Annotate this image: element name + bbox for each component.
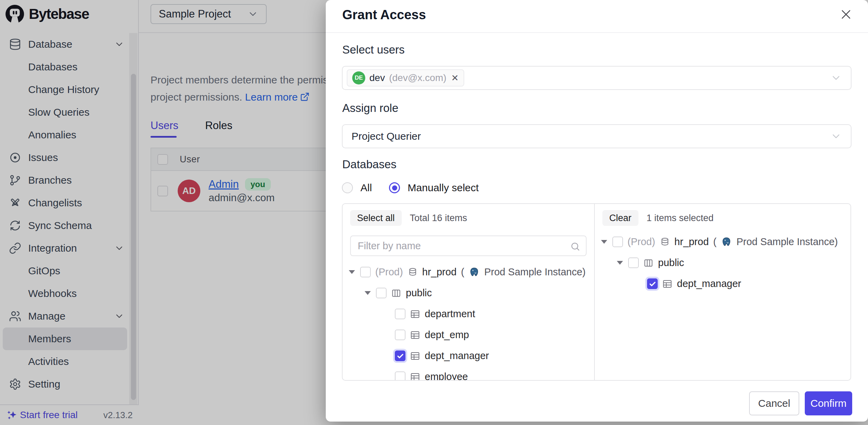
select-users-input[interactable]: DE dev (dev@x.com) ✕ (342, 66, 852, 90)
table-name: dept_emp (425, 329, 469, 341)
table-grid-icon (662, 279, 672, 289)
tree-row-table[interactable]: employee (343, 366, 594, 380)
grant-access-modal: Grant Access Select users DE dev (dev@x.… (326, 0, 868, 422)
remove-user-icon[interactable]: ✕ (451, 73, 459, 83)
app-window: Bytebase Database Databases Change Histo… (0, 0, 868, 425)
database-transfer-picker: Select all Total 16 items (Prod) (342, 203, 851, 381)
select-users-label: Select users (342, 43, 405, 56)
checkbox-checked[interactable] (647, 278, 658, 289)
caret-down-icon[interactable] (348, 270, 356, 274)
selected-user-chip: DE dev (dev@x.com) ✕ (347, 69, 464, 87)
radio-manual-label: Manually select (408, 182, 479, 194)
chip-user-email: (dev@x.com) (389, 72, 446, 83)
tree-row-table-selected[interactable]: dept_manager (343, 345, 594, 366)
caret-down-icon[interactable] (600, 240, 608, 244)
checkbox[interactable] (395, 309, 405, 319)
schema-columns-icon (643, 258, 654, 268)
tree-row-table[interactable]: dept_emp (343, 324, 594, 345)
modal-title: Grant Access (342, 8, 426, 22)
table-grid-icon (410, 330, 420, 340)
radio-circle-selected[interactable] (389, 182, 400, 193)
schema-name: public (658, 257, 684, 268)
checkbox[interactable] (612, 237, 623, 247)
radio-all-label: All (360, 182, 372, 194)
confirm-button[interactable]: Confirm (805, 391, 852, 415)
selected-count-label: 1 items selected (647, 213, 714, 223)
table-grid-icon (410, 309, 420, 319)
postgres-elephant-icon (469, 267, 480, 278)
modal-header-divider (326, 32, 868, 33)
instance-name: Prod Sample Instance) (736, 236, 838, 248)
instance-name: Prod Sample Instance) (484, 266, 586, 278)
db-cylinder-icon (660, 237, 670, 247)
chip-user-name: dev (369, 72, 385, 83)
tree-row-instance[interactable]: (Prod) hr_prod ( Prod Sample Instance) (343, 262, 594, 283)
source-tree: (Prod) hr_prod ( Prod Sample Instance) (343, 262, 594, 380)
database-name: hr_prod (422, 266, 457, 278)
table-grid-icon (410, 351, 420, 361)
search-icon (570, 241, 580, 252)
radio-manually-select[interactable]: Manually select (389, 182, 479, 194)
db-cylinder-icon (408, 267, 418, 277)
radio-all[interactable]: All (342, 182, 372, 194)
clear-button[interactable]: Clear (602, 210, 638, 226)
chevron-down-icon (830, 130, 842, 142)
checkbox[interactable] (395, 330, 405, 340)
cancel-button[interactable]: Cancel (749, 391, 799, 415)
checkbox[interactable] (395, 371, 405, 380)
filter-field (350, 236, 587, 256)
total-items-label: Total 16 items (410, 213, 467, 223)
paren: ( (461, 266, 465, 278)
tree-row-schema[interactable]: public (595, 252, 850, 273)
table-name: dept_manager (425, 350, 489, 361)
caret-down-icon[interactable] (364, 291, 371, 295)
close-icon[interactable] (839, 8, 853, 21)
caret-down-icon[interactable] (616, 261, 624, 265)
paren: ( (713, 236, 717, 248)
radio-circle[interactable] (342, 182, 353, 193)
schema-name: public (406, 287, 432, 299)
tree-row-table[interactable]: department (343, 303, 594, 324)
schema-columns-icon (391, 288, 401, 298)
select-all-button[interactable]: Select all (350, 210, 402, 226)
checkbox[interactable] (360, 267, 371, 277)
database-name: hr_prod (675, 236, 709, 248)
table-name: dept_manager (677, 278, 741, 289)
postgres-elephant-icon (721, 237, 732, 248)
assign-role-value: Project Querier (352, 130, 421, 142)
env-label: (Prod) (627, 236, 655, 248)
assign-role-select[interactable]: Project Querier (342, 124, 852, 148)
avatar: DE (352, 71, 365, 84)
picker-source-pane: Select all Total 16 items (Prod) (343, 204, 595, 380)
table-name: employee (425, 371, 468, 380)
checkbox[interactable] (376, 288, 387, 298)
assign-role-label: Assign role (342, 102, 398, 115)
database-scope-radios: All Manually select (342, 180, 479, 196)
filter-input[interactable] (351, 236, 586, 255)
checkbox[interactable] (628, 257, 639, 268)
table-grid-icon (410, 372, 420, 380)
checkbox-checked[interactable] (395, 351, 405, 361)
tree-row-schema[interactable]: public (343, 283, 594, 303)
picker-selected-pane: Clear 1 items selected (Prod) hr_prod ( (595, 204, 850, 380)
selected-tree: (Prod) hr_prod ( Prod Sample Instance) (595, 231, 850, 294)
chevron-down-icon (830, 72, 842, 84)
table-name: department (425, 308, 475, 320)
env-label: (Prod) (375, 266, 403, 278)
tree-row-table-selected[interactable]: dept_manager (595, 273, 850, 294)
databases-label: Databases (342, 158, 397, 171)
tree-row-instance[interactable]: (Prod) hr_prod ( Prod Sample Instance) (595, 231, 850, 252)
